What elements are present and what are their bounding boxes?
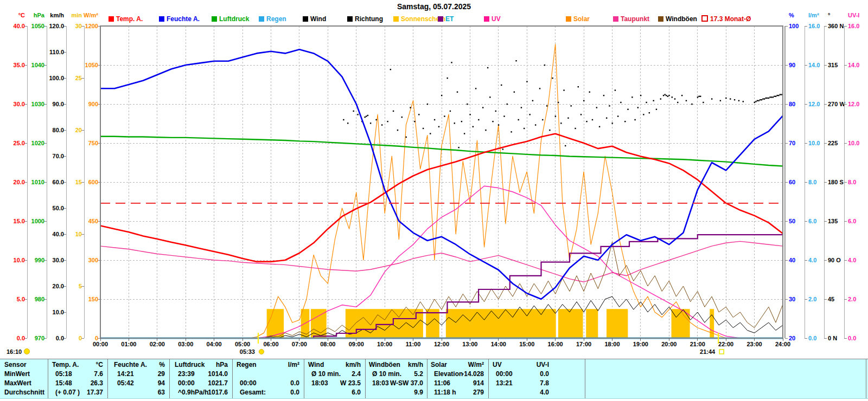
axis-name: min [71,12,82,18]
sunset-time-label: 21:44 [700,348,716,355]
axis-tick-label: 180 S [828,179,844,185]
richtung-dot [596,107,597,108]
axis-tick-label: 120.0 [49,23,64,29]
axis-tick-label: 30 [75,23,82,29]
richtung-dot [482,107,483,108]
col-unit: W/m² [468,361,484,368]
richtung-dot [563,89,564,90]
axis-tick-label: 135 [828,218,838,224]
richtung-dot [451,62,452,63]
axis-name: °C [18,12,25,18]
cell-max-value: 0.0 [290,379,299,387]
cell-min-value: -14.028 [462,370,484,378]
axis-tick-label: 15 [75,179,82,185]
richtung-dot [634,119,635,120]
cell-min-value: 5.2 [414,370,423,378]
x-tick-label: 03:00 [178,341,193,347]
richtung-dot [478,119,479,120]
axis-tick-label: 1050 [85,62,98,68]
axis-tick-label: 12.0 [808,101,820,107]
axis-tick-label: 40 [789,257,795,263]
richtung-dot [660,98,661,99]
richtung-dot [580,114,582,115]
axis-tick-label: 70.0 [53,153,64,159]
richtung-dot [405,137,406,138]
axis-tick-label: 0 [79,335,82,341]
cell-avg-time: ^0.9hPa/h [178,389,208,396]
axis-tick-label: 10.0 [808,140,820,146]
x-tick-label: 17:00 [576,341,591,347]
richtung-dot [599,126,600,127]
richtung-dot [640,95,641,96]
axis-tick-label: 25.0 [14,140,25,146]
sunrise-time-label: 05:33 [240,348,255,355]
col-name: Temp. A. [52,361,79,368]
axis-tick-label: 16.0 [808,23,820,29]
axis-tick-label: 1200 [85,23,98,29]
cell-min-time: Ø 10 min. [372,370,401,378]
col-unit: hPa [216,361,228,368]
axis-tick-label: 300 [88,257,98,263]
richtung-dot [691,104,692,105]
richtung-dot [649,112,650,113]
richtung-dot [430,133,431,134]
richtung-dot [764,98,765,99]
axis-tick-label: 10.0 [14,257,25,263]
axis-tick-label: 80.0 [53,127,64,133]
richtung-dot [524,128,525,129]
richtung-dot [781,94,782,95]
axis-tick-label: 2.0 [808,296,816,302]
cell-avg-time: 11:18 h [434,389,456,396]
cell-avg-value: 279 [473,389,484,396]
col-name: UV [493,361,502,368]
col-unit: °C [96,361,103,368]
col-unit: l/m² [288,361,299,368]
cell-max-time: 18:03 [311,379,328,387]
axis-tick-label: 450 [88,218,98,224]
richtung-dot [754,102,755,103]
cell-min-time: 05:18 [55,370,72,378]
x-tick-label: 07:00 [292,341,307,347]
richtung-dot [780,94,781,95]
richtung-dot [664,94,665,95]
richtung-dot [343,119,344,120]
x-tick-label: 15:00 [519,341,534,347]
axis-tick-label: 315 [828,62,838,68]
richtung-dot [755,101,756,102]
cell-avg-time: (+ 0.07 ) [55,389,80,396]
cell-min-value: 7.6 [94,370,103,378]
axis-tick-label: 0.0 [808,335,816,341]
axis-tick-label: 970 [35,335,44,341]
axis-tick-label: 1000 [31,218,44,224]
richtung-dot [767,98,768,99]
col-name: Wind [308,361,324,368]
richtung-dot [555,115,556,117]
richtung-dot [393,111,394,112]
axis-tick-label: 1040 [31,62,44,68]
axis-tick-label: 20 [789,335,795,341]
table-divider [585,359,585,398]
richtung-dot [423,128,424,129]
axis-tick-label: 10 [75,231,82,237]
generation-time-label: 16:10 [7,348,22,355]
axis-tick-label: 100 [789,23,799,29]
richtung-dot [757,100,758,101]
axis-tick-label: 10.0 [53,309,64,315]
x-tick-label: 11:00 [406,341,421,347]
richtung-dot [589,92,590,93]
axis-tick-label: 6.0 [848,218,856,224]
cell-min-time: Ø 10 min. [311,370,341,378]
richtung-dot [489,96,490,98]
richtung-dot [667,96,668,97]
richtung-dot [567,118,569,119]
cell-max-value: 914 [473,379,484,387]
cell-min-value: 0.0 [540,370,549,378]
richtung-dot [637,107,639,108]
richtung-dot [434,119,435,120]
table-divider [48,359,48,398]
axis-tick-label: 5.0 [17,296,25,302]
axis-tick-label: 2.0 [848,296,856,302]
cell-max-time: 11:06 [434,379,450,387]
cell-max-value: W 23.5 [340,379,361,387]
axis-tick-label: 40.0 [14,23,25,29]
